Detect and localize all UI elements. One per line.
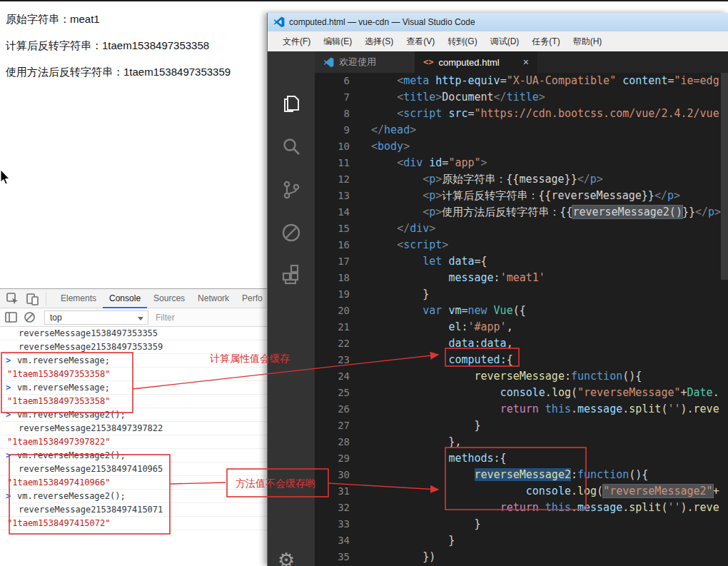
- editor-scrollbar[interactable]: [721, 73, 728, 566]
- line-number: 15: [315, 221, 350, 237]
- console-entry-log[interactable]: reverseMessage21538497415071: [0, 503, 268, 517]
- context-selector[interactable]: top: [44, 310, 148, 325]
- line-number: 12: [315, 171, 350, 188]
- menu-item[interactable]: 调试(D): [484, 31, 526, 51]
- console-entry-result[interactable]: "1taem1538497415072": [0, 517, 268, 530]
- line-number: 31: [315, 483, 350, 500]
- code-line[interactable]: 18 message:'meat1': [315, 270, 728, 286]
- console-entry-text: reverseMessage21538497353359: [19, 342, 163, 352]
- console-filter-input[interactable]: Filter: [156, 310, 256, 325]
- settings-gear-icon[interactable]: ⚙: [278, 549, 295, 566]
- code-line[interactable]: 10<body>: [315, 138, 728, 155]
- console-list: reverseMessage1538497353355reverseMessag…: [0, 327, 268, 530]
- html-file-icon: <>: [423, 57, 433, 67]
- devtools-tab-network[interactable]: Network: [191, 289, 236, 308]
- chevron-down-icon: [138, 317, 143, 320]
- line-number: 30: [315, 467, 350, 483]
- console-entry-log[interactable]: reverseMessage21538497397822: [0, 422, 268, 435]
- devtools-tab-perfo[interactable]: Perfo: [236, 289, 269, 308]
- menu-bar: 文件(F)编辑(E)选择(S)查看(V)转到(G)调试(D)任务(T)帮助(H): [268, 31, 728, 51]
- console-entry-input[interactable]: >vm.reverseMessage2();: [0, 490, 268, 503]
- code-line[interactable]: 12 <p>原始字符串：{{message}}</p>: [315, 171, 728, 188]
- code-line[interactable]: 28 },: [315, 434, 728, 450]
- console-entry-log[interactable]: reverseMessage1538497353355: [0, 327, 268, 340]
- code-line[interactable]: 6 <meta http-equiv="X-UA-Compatible" con…: [315, 73, 728, 89]
- console-entry-result[interactable]: "1taem1538497397822": [0, 435, 268, 449]
- close-icon[interactable]: ×: [523, 56, 529, 68]
- devtools-tab-console[interactable]: Console: [103, 289, 147, 308]
- console-entry-log[interactable]: reverseMessage21538497410965: [0, 463, 268, 476]
- code-line[interactable]: 32 return this.message.split('').reve: [315, 500, 728, 516]
- explorer-icon[interactable]: [280, 93, 303, 116]
- code-line[interactable]: 13 <p>计算后反转字符串：{{reverseMessage}}</p>: [315, 188, 728, 204]
- code-line[interactable]: 34 }: [315, 532, 728, 549]
- console-entry-input[interactable]: >vm.reverseMessage;: [0, 381, 268, 395]
- console-entry-result[interactable]: "1taem1538497353358": [0, 395, 268, 408]
- tab-welcome[interactable]: 欢迎使用: [315, 51, 415, 73]
- devtools-tabs: ElementsConsoleSourcesNetworkPerfo: [54, 289, 269, 308]
- code-line[interactable]: 35 }): [315, 549, 728, 565]
- code-line[interactable]: 9</head>: [315, 122, 728, 138]
- code-line[interactable]: 17 let data={: [315, 253, 728, 270]
- code-line[interactable]: 20 var vm=new Vue({: [315, 303, 728, 319]
- code-line[interactable]: 19 }: [315, 286, 728, 303]
- line-number: 22: [315, 335, 350, 352]
- devtools-tab-sources[interactable]: Sources: [147, 289, 191, 308]
- code-line[interactable]: 22 data:data,: [315, 335, 728, 352]
- menu-item[interactable]: 转到(G): [441, 31, 483, 51]
- line-number: 6: [315, 73, 350, 89]
- code-line[interactable]: 25 console.log("reverseMessage"+Date.: [315, 385, 728, 401]
- code-line[interactable]: 33 }: [315, 516, 728, 532]
- code-lines: 6 <meta http-equiv="X-UA-Compatible" con…: [315, 73, 728, 566]
- scrollbar-thumb[interactable]: [721, 73, 728, 280]
- code-line[interactable]: 27 }: [315, 418, 728, 434]
- tab-label: computed.html: [438, 57, 499, 68]
- line-number: 29: [315, 450, 350, 467]
- console-entry-text: "1taem1538497410966": [7, 477, 111, 487]
- menu-item[interactable]: 文件(F): [276, 31, 317, 51]
- console-entry-input[interactable]: >vm.reverseMessage2();: [0, 449, 268, 463]
- menu-item[interactable]: 查看(V): [400, 31, 441, 51]
- code-line[interactable]: 29 methods:{: [315, 450, 728, 467]
- devtools-tab-elements[interactable]: Elements: [54, 289, 103, 308]
- console-entry-text: "1taem1538497353358": [7, 396, 111, 406]
- code-line[interactable]: 23 computed:{: [315, 352, 728, 368]
- console-sidebar-icon[interactable]: [4, 310, 19, 325]
- console-entry-text: vm.reverseMessage2();: [17, 450, 126, 460]
- line-number: 10: [315, 138, 350, 155]
- console-entry-result[interactable]: "1taem1538497353358": [0, 368, 268, 381]
- search-icon[interactable]: [280, 136, 303, 158]
- code-line[interactable]: 24 reverseMessage:function(){: [315, 368, 728, 385]
- vscode-titlebar[interactable]: computed.html — vue-cdn — Visual Studio …: [268, 13, 728, 31]
- line-number: 26: [315, 401, 350, 418]
- menu-item[interactable]: 任务(T): [525, 31, 566, 51]
- console-entry-result[interactable]: "1taem1538497410966": [0, 476, 268, 490]
- console-entry-log[interactable]: reverseMessage21538497353359: [0, 340, 268, 354]
- console-entry-input[interactable]: >vm.reverseMessage2();: [0, 408, 268, 422]
- clear-console-icon[interactable]: [23, 310, 37, 325]
- inspect-element-icon[interactable]: [6, 292, 20, 306]
- code-line[interactable]: 14 <p>使用方法后反转字符串：{{reverseMessage2()}}</…: [315, 204, 728, 221]
- tab-computed-html[interactable]: <> computed.html ×: [415, 51, 537, 73]
- code-line[interactable]: 15 </div>: [315, 221, 728, 237]
- code-line[interactable]: 30 reverseMessage2:function(){: [315, 467, 728, 483]
- menu-item[interactable]: 编辑(E): [317, 31, 358, 51]
- console-prompt-icon: >: [6, 408, 11, 421]
- menu-item[interactable]: 选择(S): [358, 31, 400, 51]
- page-text-line: 使用方法后反转字符串：1taem1538497353359: [6, 66, 231, 79]
- source-control-icon[interactable]: [280, 178, 303, 201]
- device-toolbar-icon[interactable]: [26, 292, 40, 306]
- code-line[interactable]: 8 <script src="https://cdn.bootcss.com/v…: [315, 106, 728, 122]
- debug-icon[interactable]: [280, 221, 303, 244]
- code-line[interactable]: 11 <div id="app">: [315, 155, 728, 171]
- console-entry-input[interactable]: >vm.reverseMessage;: [0, 354, 268, 368]
- code-line[interactable]: 16 <script>: [315, 237, 728, 253]
- code-line[interactable]: 26 return this.message.split('').reve: [315, 401, 728, 418]
- menu-item[interactable]: 帮助(H): [567, 31, 609, 51]
- code-line[interactable]: 31 console.log("reverseMessage2"+: [315, 483, 728, 500]
- console-prompt-icon: >: [6, 381, 11, 394]
- code-line[interactable]: 7 <title>Document</title>: [315, 89, 728, 106]
- extensions-icon[interactable]: [280, 264, 303, 287]
- line-number: 20: [315, 303, 350, 319]
- code-line[interactable]: 21 el:'#app',: [315, 319, 728, 335]
